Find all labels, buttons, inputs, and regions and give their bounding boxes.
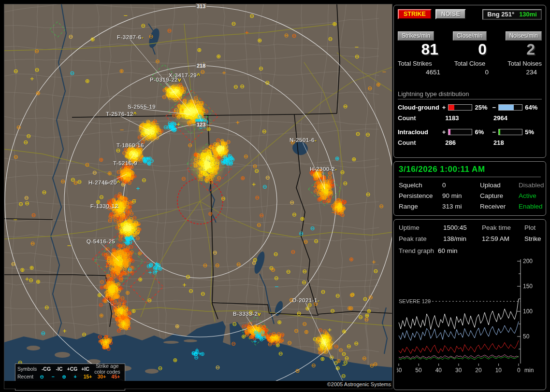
peak-time-value: 12:59 AM: [482, 235, 524, 242]
receiver-label: Receiver: [480, 203, 519, 210]
rate-counters: Strikes/min 81 Total Strikes 4651 Close/…: [398, 31, 542, 76]
noise-mode-button[interactable]: NOISE: [435, 9, 466, 19]
status-grid: Squelch 0 Upload Disabled Persistence 90…: [399, 182, 541, 210]
cg-positive-bar: [448, 104, 473, 111]
total-close-value: 0: [446, 69, 493, 76]
uptime-label: Uptime: [399, 224, 443, 231]
legend-col-neg-ic: -IC: [53, 366, 66, 372]
ic-negative-percent: 5%: [524, 128, 542, 136]
range-value: 313 mi: [442, 203, 480, 210]
upload-value: Disabled: [519, 182, 544, 189]
close-per-min-column: Close/min 0 Total Close 0: [446, 31, 493, 76]
cg-negative-count: 2964: [493, 114, 542, 122]
squelch-value: 0: [442, 182, 480, 189]
distance-value: 130mi: [519, 11, 537, 18]
legend-col-pos-cg: +CG: [66, 366, 79, 372]
total-close-label: Total Close: [446, 60, 493, 67]
ic-positive-count: 286: [445, 139, 493, 146]
map-status-bar: ©2005 Astrogenic Systems: [4, 381, 392, 389]
ic-negative-bar: [498, 129, 523, 135]
total-strikes-label: Total Strikes: [398, 60, 445, 67]
ic-positive-bar: [448, 129, 473, 135]
persistence-label: Persistence: [399, 192, 442, 199]
distribution-title: Lightning type distribution: [398, 90, 542, 99]
legend-age-chip: 45+: [109, 374, 123, 379]
strike-mode-button[interactable]: STRIKE: [398, 9, 432, 19]
cloud-ground-count-row: Count 1183 2964: [398, 114, 542, 122]
cloud-ground-row: Cloud-ground + 25% − 64%: [398, 104, 542, 111]
sidebar: STRIKE NOISE Bng 251°130mi Strikes/min 8…: [393, 4, 547, 390]
strikes-per-min-label: Strikes/min: [398, 31, 434, 41]
counters-panel: STRIKE NOISE Bng 251°130mi Strikes/min 8…: [393, 5, 546, 158]
squelch-label: Squelch: [399, 182, 442, 189]
total-noises-label: Total Noises: [494, 60, 542, 67]
intracloud-row: Intracloud + 6% − 5%: [398, 128, 542, 136]
plus-sign: +: [441, 128, 446, 136]
intracloud-label: Intracloud: [398, 128, 441, 136]
cg-negative-bar: [498, 104, 523, 111]
legend-pos-ic-symbol: +: [70, 374, 81, 379]
capture-value: Active: [519, 192, 544, 199]
bearing-value: Bng 251°: [487, 11, 514, 18]
legend-neg-ic-symbol: −: [47, 374, 58, 379]
peak-time-label: Peak time: [482, 224, 524, 231]
receiver-value: Enabled: [519, 203, 544, 210]
close-per-min-label: Close/min: [453, 31, 486, 41]
cg-positive-percent: 25%: [474, 104, 492, 111]
legend-header-row: Symbols -CG -IC +CG +IC Strike age color…: [17, 365, 123, 373]
legend-age-chip: 15+: [81, 374, 95, 379]
noises-per-min-value: 2: [494, 41, 542, 58]
radar-map[interactable]: F-3287-6-X-3417-29^P-0319-22vS-2555-19T-…: [4, 4, 392, 389]
total-strikes-value: 4651: [398, 69, 445, 76]
intracloud-count-row: Count 286 218: [398, 139, 542, 146]
capture-label: Capture: [480, 192, 519, 199]
legend-col-pos-ic: +IC: [79, 366, 92, 372]
strikes-per-min-value: 81: [398, 41, 445, 58]
ic-positive-percent: 6%: [474, 128, 492, 136]
noises-per-min-label: Noises/min: [506, 31, 542, 41]
upload-label: Upload: [480, 182, 519, 189]
bearing-display: Bng 251°130mi: [482, 9, 542, 20]
total-noises-value: 234: [494, 69, 542, 76]
status-panel: 3/16/2026 1:00:11 AM Squelch 0 Upload Di…: [393, 161, 546, 216]
session-grid: Uptime 1500:45 Peak time Plot Peak rate …: [399, 224, 541, 242]
legend-age-chip: 30+: [95, 374, 109, 379]
cg-positive-count: 1183: [445, 114, 493, 122]
persistence-value: 90 min: [442, 192, 480, 199]
legend-symbols-header: Symbols: [17, 366, 40, 372]
map-canvas[interactable]: [4, 4, 392, 381]
strikes-per-min-column: Strikes/min 81 Total Strikes 4651: [398, 31, 445, 76]
cg-negative-percent: 64%: [524, 104, 542, 111]
datetime-display: 3/16/2026 1:00:11 AM: [399, 165, 541, 177]
count-label: Count: [398, 139, 445, 146]
legend-neg-cg-symbol: ⊖: [36, 374, 47, 379]
legend-col-neg-cg: -CG: [40, 366, 53, 372]
minus-sign: −: [492, 104, 496, 111]
minus-sign: −: [492, 128, 496, 136]
range-label: Range: [399, 203, 442, 210]
count-label: Count: [398, 114, 445, 122]
trend-panel: Uptime 1500:45 Peak time Plot Peak rate …: [393, 219, 546, 390]
trend-graph-row: Trend graph 60 min: [399, 247, 541, 254]
trend-graph-value: 60 min: [438, 247, 458, 254]
legend-age-header: Strike age color codes: [92, 363, 123, 375]
cloud-ground-label: Cloud-ground: [398, 104, 441, 111]
trend-graph-canvas: [397, 256, 543, 377]
peak-rate-value: 138/min: [443, 235, 482, 242]
plot-label: Plot: [524, 224, 541, 231]
legend-pos-cg-symbol: ⊕: [58, 374, 70, 379]
uptime-value: 1500:45: [443, 224, 482, 231]
plot-value: Strike: [524, 235, 541, 242]
app-window: F-3287-6-X-3417-29^P-0319-22vS-2555-19T-…: [0, 0, 550, 392]
copyright-text: ©2005 Astrogenic Systems: [327, 381, 391, 387]
noises-per-min-column: Noises/min 2 Total Noises 234: [494, 31, 542, 76]
trend-graph-label: Trend graph: [399, 247, 434, 254]
close-per-min-value: 0: [446, 41, 493, 58]
mode-button-row: STRIKE NOISE Bng 251°130mi: [398, 9, 542, 20]
ic-negative-count: 218: [493, 139, 542, 146]
peak-rate-label: Peak rate: [399, 235, 443, 242]
legend-row-recent: Recent⊖−⊕+15+30+45+: [17, 373, 123, 380]
plus-sign: +: [441, 104, 446, 111]
